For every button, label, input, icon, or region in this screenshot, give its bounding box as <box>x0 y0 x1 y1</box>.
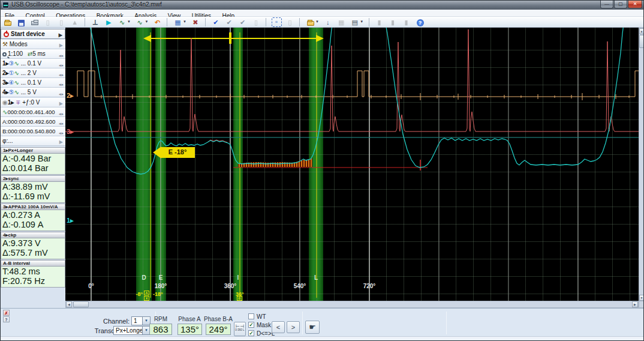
toolbar-separator <box>167 18 167 26</box>
undo-icon[interactable]: ↶ <box>152 17 162 27</box>
probe-icon[interactable]: ⊥ <box>90 17 100 27</box>
scroll-right-icon[interactable]: ▶ <box>632 301 638 307</box>
time-cursor-row[interactable]: ∿000:00:00.461.400◂▸ <box>1 107 65 117</box>
vertical-scrollbar[interactable]: ▲ ▼ <box>639 28 644 301</box>
prev-button[interactable]: < <box>272 321 285 333</box>
phase-ruler-button[interactable]: ⊢⊣ 0-360 L <box>234 322 246 336</box>
vertical-scroll-thumb[interactable] <box>639 35 644 48</box>
help-icon[interactable]: ? <box>415 17 425 27</box>
pan-hand-button[interactable]: ☛ <box>305 321 320 334</box>
cursor-icon[interactable]: ▶ <box>104 17 114 27</box>
span-arrow <box>143 32 324 44</box>
ch3-zero-marker[interactable]: 3▸ <box>67 128 74 136</box>
e-callout-label: E -18° <box>161 148 194 155</box>
panel-header-appa32: 3▸APPA32 100A 10mV/A <box>1 204 65 210</box>
stop-marker-icon[interactable]: ✖ <box>190 17 200 27</box>
channel-1-row[interactable]: 1▸③∿ ... 0.1 V◂▸ <box>1 59 65 68</box>
scroll-up-icon[interactable]: ▲ <box>639 28 644 34</box>
channel-2-row[interactable]: 2▸①∿ ... 2 V◂▸ <box>1 68 65 78</box>
close-button[interactable]: ✕ <box>628 1 642 8</box>
scroll-left-icon[interactable]: ◀ <box>66 301 72 307</box>
import-icon[interactable]: ↓ <box>323 17 333 27</box>
accept-prev-icon[interactable]: ✔ <box>224 17 234 27</box>
band-letter-e: E <box>149 274 173 281</box>
spinner-arrows-icon[interactable]: ◂▸ <box>59 128 64 136</box>
transducer-select[interactable]: Px+Longer ▼ <box>113 326 151 335</box>
panel-header-sync: 2▸sync <box>1 175 65 182</box>
print-icon[interactable] <box>29 17 40 27</box>
display-mode-icon[interactable]: ▦ <box>173 17 183 27</box>
folder-icon <box>4 21 11 26</box>
rpm-value: 863 <box>149 324 172 335</box>
floppy-icon <box>18 20 25 26</box>
toolbar-separator <box>299 18 300 26</box>
phase-row[interactable]: φ:...▶ <box>1 136 65 146</box>
channel-label: Channel: <box>70 318 130 325</box>
trigger-row[interactable]: ◉1▸ ∓ +ƒ:0 V ▶ <box>1 98 65 107</box>
channel-4-row[interactable]: 4▸⑤∿ ... 5 V◂▸ <box>1 88 65 97</box>
marker-a-row[interactable]: A:000:00:00.492.600◂▸ <box>1 117 65 127</box>
magnifier-icon <box>2 52 7 56</box>
chevron-right-icon: ▶ <box>59 41 63 49</box>
signal-view-1-icon[interactable]: ∿ <box>117 17 127 27</box>
view-3-icon: ▮ <box>401 17 411 27</box>
panel-separator <box>446 312 447 334</box>
panel-help-icon[interactable]: ? <box>3 316 10 322</box>
window-title: USB Oscilloscope - C:\temp\autosc1\autos… <box>11 1 162 8</box>
chevron-down-icon[interactable]: ▼ <box>127 17 131 27</box>
spinner-arrows-icon[interactable]: ◂▸ <box>59 109 64 117</box>
panel-sync: A:38.89 mV Δ:-11.69 mV <box>1 182 65 203</box>
spinner-arrows-icon[interactable]: ◂▸ <box>59 51 64 59</box>
mask-checkbox[interactable]: ✓ <box>248 322 254 328</box>
ch2-zero-marker[interactable]: 2▸ <box>67 92 74 100</box>
start-device-button[interactable]: Start device ▶ <box>1 29 65 39</box>
spinner-arrows-icon[interactable]: ◂▸ <box>59 80 64 88</box>
panel-header-ab-interval: A-B interval <box>1 260 65 267</box>
ch1-zero-marker[interactable]: 1▸ <box>67 217 74 225</box>
spinner-arrows-icon[interactable]: ◂▸ <box>59 119 64 127</box>
save-icon[interactable] <box>16 17 26 27</box>
chevron-down-icon[interactable]: ▼ <box>183 17 187 27</box>
degree-label-720: 720° <box>357 283 381 289</box>
load-panel-icon[interactable] <box>305 17 315 27</box>
next-button[interactable]: > <box>287 321 300 333</box>
close-panel-icon[interactable]: ✗ <box>3 310 10 316</box>
horizontal-scrollbar[interactable]: ◀ ▶ <box>65 301 639 308</box>
signal-view-2-icon[interactable]: ∿ <box>135 17 145 27</box>
spinner-arrows-icon[interactable]: ◂▸ <box>59 70 64 78</box>
timebase-icon: ⇄ <box>28 50 32 57</box>
degree-label-540: 540° <box>288 283 312 289</box>
chevron-down-icon[interactable]: ▼ <box>360 17 364 27</box>
zoom-timebase-row[interactable]: 1:100 ⇄5 ms ◂▸ <box>1 49 65 59</box>
open-icon[interactable] <box>2 17 13 27</box>
panel-header-px-longer: 1▸Px+Longer <box>1 147 65 154</box>
table-mode-icon[interactable]: ▤ <box>350 17 360 27</box>
scroll-down-icon[interactable]: ▼ <box>639 295 644 301</box>
oscilloscope-plot[interactable]: 2▸ 3▸ 1▸ E -18° D E I L 0° 180° 360° 540… <box>65 28 639 301</box>
accept-next-icon[interactable]: ✔ <box>237 17 248 27</box>
printer-icon <box>31 21 38 25</box>
measure-a-value: A:-0.449 Bar <box>1 154 65 163</box>
accept-icon[interactable]: ✔ <box>210 17 221 27</box>
channel-3-row[interactable]: 3▸④∿ ... 0.1 V◂▸ <box>1 78 65 88</box>
marker-a-box: A <box>144 291 149 295</box>
panel-separator <box>302 312 303 334</box>
select-region-icon[interactable]: ▫ <box>272 17 282 27</box>
minimize-button[interactable]: — <box>600 1 613 8</box>
dl-checkbox[interactable]: ✓ <box>248 330 254 336</box>
panel-ab-interval: T:48.2 ms F:20.75 Hz <box>1 267 65 288</box>
wt-checkbox[interactable]: ✓ <box>248 313 254 319</box>
measure-delta-value: Δ:0.014 Bar <box>1 163 65 173</box>
horizontal-scroll-thumb[interactable] <box>73 301 89 307</box>
spinner-arrows-icon[interactable]: ◂▸ <box>59 89 64 97</box>
spinner-arrows-icon[interactable]: ◂▸ <box>59 61 64 68</box>
modes-button[interactable]: ⚒ Modes ▶ <box>1 40 65 49</box>
maximize-button[interactable]: ▢ <box>614 1 627 8</box>
trigger-icon: ◉ <box>2 99 8 106</box>
mask-area <box>238 158 312 167</box>
report-icon: ▯ <box>251 17 261 27</box>
chevron-right-icon: ▶ <box>59 31 62 39</box>
marker-b-row[interactable]: B:000:00:00.540.800◂▸ <box>1 127 65 136</box>
chevron-down-icon[interactable]: ▼ <box>315 17 320 27</box>
chevron-down-icon[interactable]: ▼ <box>145 17 149 27</box>
